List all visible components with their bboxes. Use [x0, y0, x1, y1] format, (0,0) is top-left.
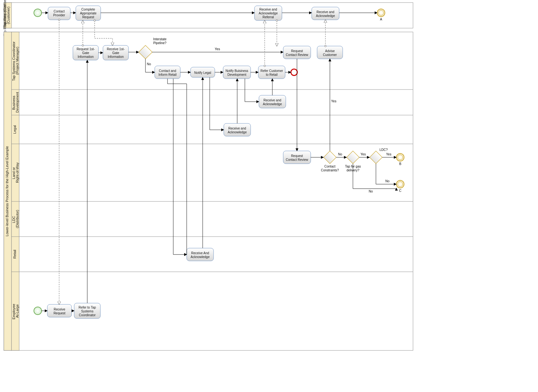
task-recv-ack-retail: Receive And Acknowledge Receive And Ackn… [187, 248, 214, 261]
svg-text:Acknowledge: Acknowledge [228, 130, 247, 134]
svg-text:Receive and: Receive and [316, 10, 334, 14]
svg-text:Yes: Yes [386, 153, 391, 156]
svg-text:Contact: Contact [324, 165, 336, 168]
svg-text:No: No [338, 153, 342, 156]
svg-text:Request: Request [291, 154, 303, 158]
svg-text:Yes: Yes [215, 47, 220, 51]
svg-text:Yes: Yes [361, 153, 366, 156]
svg-text:No: No [386, 179, 390, 183]
svg-rect-26 [4, 32, 413, 350]
svg-text:Development: Development [228, 73, 246, 76]
svg-text:Gate: Gate [112, 51, 119, 55]
task-request-contact-review-land: Request Contact Review Request Contact R… [283, 151, 311, 164]
task-notify-legal: Notify Legal [191, 67, 215, 77]
svg-text:Information: Information [78, 55, 94, 59]
svg-text:Acknowledge: Acknowledge [263, 102, 282, 106]
svg-text:Contact: Contact [54, 10, 65, 13]
task-refer-to-tsc: Refer to Tap Systems Coordinator Refer t… [74, 303, 100, 318]
pool-lower-level: Lower-level Business Process for the Hig… [4, 32, 413, 350]
svg-text:Yes: Yes [331, 99, 336, 103]
svg-text:Complete: Complete [82, 8, 95, 11]
svg-text:Lower-level Business Process f: Lower-level Business Process for the Hig… [5, 146, 9, 236]
svg-text:Request: Request [291, 49, 303, 53]
bpmn-diagram: Tap Requester (Customer) Tap Requester (… [0, 0, 538, 392]
svg-text:Receive: Receive [54, 308, 66, 311]
svg-text:Retail: Retail [13, 250, 17, 259]
svg-text:Contact Review: Contact Review [286, 53, 308, 57]
svg-text:Provider: Provider [53, 13, 65, 17]
task-request-contact-review: Request Contact Review Request Contact R… [283, 46, 311, 59]
task-recv-ack-bizdev: Receive and Acknowledge Receive and Ackn… [259, 95, 286, 108]
task-contact-inform-retail: Contact and Inform Retail Contact and In… [155, 66, 180, 79]
svg-text:No: No [147, 62, 151, 66]
svg-text:Coordinator: Coordinator [79, 313, 96, 317]
task-recv-ack-referral: Receive and Acknowledge Referral Receive… [254, 6, 282, 20]
svg-text:Acknowledge: Acknowledge [191, 255, 210, 259]
svg-text:Refer to Tap: Refer to Tap [79, 306, 96, 309]
svg-text:Customer: Customer [323, 53, 337, 57]
end-event-terminate [291, 69, 297, 75]
task-receive-request: Receive Request Receive Request [47, 304, 72, 317]
task-recv-ack-customer: Receive and Acknowledge Receive and Ackn… [312, 7, 339, 20]
svg-text:Notify Buisiness: Notify Buisiness [225, 69, 248, 73]
svg-text:Information: Information [108, 55, 124, 59]
task-advise-customer: Advise Customer Advise Customer [317, 46, 343, 59]
task-notify-biz-dev: Notify Buisiness Development Notify Buis… [223, 66, 251, 79]
svg-text:Receive 1st-: Receive 1st- [107, 47, 125, 51]
svg-text:Receive And: Receive And [191, 251, 209, 255]
task-recv-ack-legal: Receive and Acknowledge Receive and Ackn… [224, 123, 251, 136]
svg-text:Systems: Systems [81, 310, 93, 313]
svg-text:Receive and: Receive and [259, 8, 277, 11]
svg-text:Advise: Advise [325, 49, 335, 53]
svg-text:Appropriate: Appropriate [80, 12, 97, 15]
svg-text:Request 1st-: Request 1st- [77, 47, 95, 51]
svg-text:Referral: Referral [262, 15, 274, 19]
svg-text:Contact and: Contact and [159, 69, 176, 73]
start-event-employee [34, 307, 42, 315]
svg-text:Interstate: Interstate [153, 37, 167, 41]
svg-text:Refer Customer: Refer Customer [261, 69, 283, 73]
svg-text:Request: Request [53, 311, 65, 315]
svg-text:Request: Request [82, 15, 94, 19]
svg-text:Inform Retail: Inform Retail [159, 73, 177, 76]
svg-text:B: B [399, 162, 402, 166]
svg-text:No: No [369, 190, 373, 193]
svg-text:Receive and: Receive and [263, 98, 281, 102]
task-contact-provider: Contact Contact Provider Provider [48, 7, 70, 20]
svg-text:A: A [380, 18, 382, 21]
task-refer-cust-retail: Refer Customer to Retail Refer Customer … [258, 66, 285, 79]
task-request-1st-gate: Request 1st- Gate Information Request 1s… [73, 45, 98, 60]
svg-text:Legal: Legal [13, 125, 17, 134]
svg-text:Employee
      At-Large: Employee At-Large [12, 303, 19, 319]
svg-text:LDC?: LDC? [379, 148, 388, 152]
svg-text:C: C [399, 189, 401, 192]
start-event-customer [34, 9, 42, 17]
svg-text:Notify Legal: Notify Legal [194, 71, 211, 74]
pool-tap-requester: Tap Requester (Customer) Tap Requester (… [3, 0, 413, 36]
svg-text:Contact Review: Contact Review [286, 158, 308, 161]
svg-text:Pipeline?: Pipeline? [153, 41, 167, 45]
task-receive-1st-gate: Receive 1st- Gate Information Receive 1s… [103, 45, 129, 60]
svg-text:Tap Requester
      (Customer): Tap Requester (Customer) [3, 4, 10, 27]
svg-text:Receive and: Receive and [228, 127, 246, 130]
svg-text:Acknowledge: Acknowledge [316, 14, 335, 18]
svg-text:to Retail: to Retail [266, 73, 278, 76]
svg-text:Business
      Development: Business Development [12, 92, 19, 113]
svg-text:Gate: Gate [82, 51, 89, 55]
svg-text:Constraints?: Constraints? [321, 169, 339, 172]
task-complete-request: Complete Appropriate Request Complete Ap… [76, 6, 101, 20]
svg-text:Acknowledge: Acknowledge [259, 12, 278, 15]
